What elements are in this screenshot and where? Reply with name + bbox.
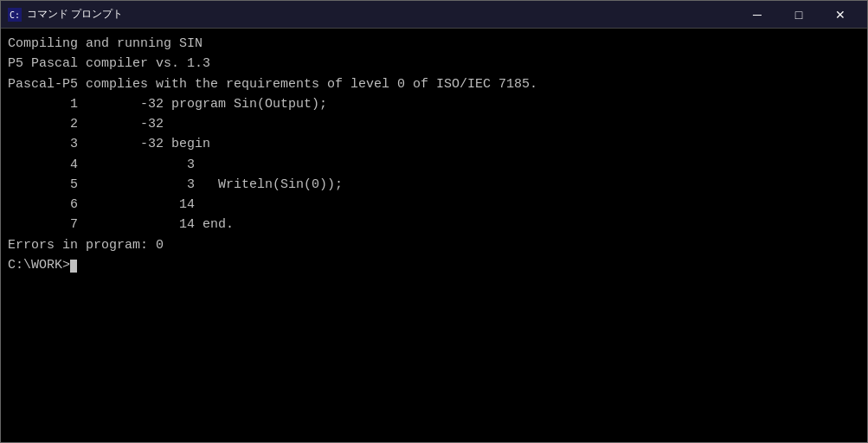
cmd-icon: C: [8, 8, 22, 22]
console-line: C:\WORK> [8, 255, 860, 275]
console-line: P5 Pascal compiler vs. 1.3 [8, 54, 860, 74]
console-line: 7 14 end. [8, 215, 860, 234]
title-bar-controls: ─ □ ✕ [737, 3, 860, 27]
cmd-window: C: コマンド プロンプト ─ □ ✕ Compiling and runnin… [0, 0, 868, 443]
title-bar: C: コマンド プロンプト ─ □ ✕ [1, 1, 867, 29]
console-output[interactable]: Compiling and running SINP5 Pascal compi… [1, 29, 867, 442]
console-line: Errors in program: 0 [8, 235, 860, 255]
maximize-button[interactable]: □ [779, 3, 819, 27]
console-line: Compiling and running SIN [8, 34, 860, 54]
minimize-button[interactable]: ─ [737, 3, 777, 27]
console-line: 1 -32 program Sin(Output); [8, 94, 860, 114]
title-bar-left: C: コマンド プロンプト [8, 7, 123, 22]
console-line: 5 3 Writeln(Sin(0)); [8, 175, 860, 195]
close-button[interactable]: ✕ [820, 3, 860, 27]
window-title: コマンド プロンプト [27, 7, 123, 22]
console-line: 2 -32 [8, 114, 860, 134]
console-line: Pascal-P5 complies with the requirements… [8, 74, 860, 94]
console-line: 4 3 [8, 155, 860, 175]
cursor [70, 260, 77, 273]
console-line: 3 -32 begin [8, 134, 860, 154]
console-line: 6 14 [8, 195, 860, 215]
svg-text:C:: C: [10, 10, 20, 20]
